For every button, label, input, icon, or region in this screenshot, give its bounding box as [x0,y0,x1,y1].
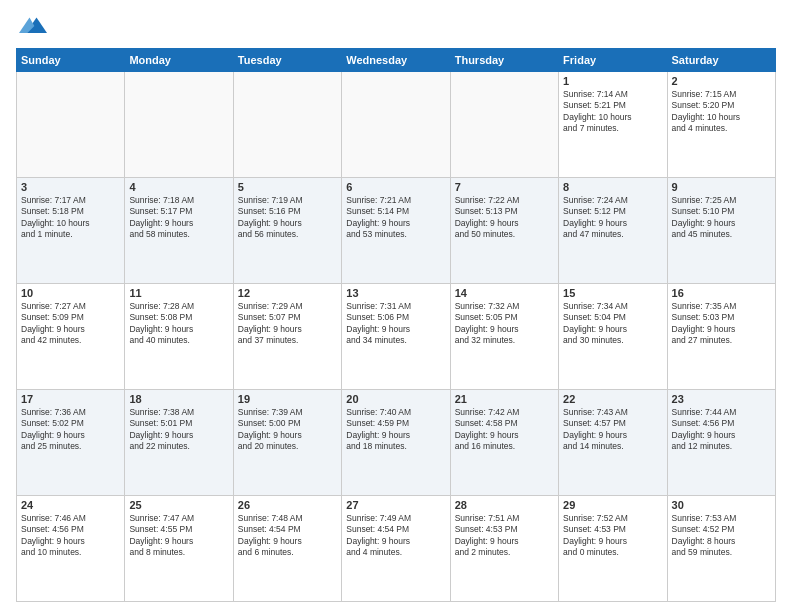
table-row: 13Sunrise: 7:31 AM Sunset: 5:06 PM Dayli… [342,284,450,390]
table-row: 15Sunrise: 7:34 AM Sunset: 5:04 PM Dayli… [559,284,667,390]
day-info: Sunrise: 7:48 AM Sunset: 4:54 PM Dayligh… [238,513,337,559]
day-info: Sunrise: 7:46 AM Sunset: 4:56 PM Dayligh… [21,513,120,559]
day-info: Sunrise: 7:28 AM Sunset: 5:08 PM Dayligh… [129,301,228,347]
day-number: 12 [238,287,337,299]
day-info: Sunrise: 7:24 AM Sunset: 5:12 PM Dayligh… [563,195,662,241]
col-sunday: Sunday [17,49,125,72]
table-row: 17Sunrise: 7:36 AM Sunset: 5:02 PM Dayli… [17,390,125,496]
page-container: Sunday Monday Tuesday Wednesday Thursday… [0,0,792,612]
header [16,12,776,40]
day-number: 4 [129,181,228,193]
table-row: 21Sunrise: 7:42 AM Sunset: 4:58 PM Dayli… [450,390,558,496]
day-number: 14 [455,287,554,299]
day-number: 9 [672,181,771,193]
logo-text [16,12,47,40]
table-row: 12Sunrise: 7:29 AM Sunset: 5:07 PM Dayli… [233,284,341,390]
table-row: 23Sunrise: 7:44 AM Sunset: 4:56 PM Dayli… [667,390,775,496]
day-info: Sunrise: 7:51 AM Sunset: 4:53 PM Dayligh… [455,513,554,559]
table-row: 16Sunrise: 7:35 AM Sunset: 5:03 PM Dayli… [667,284,775,390]
day-number: 6 [346,181,445,193]
day-info: Sunrise: 7:38 AM Sunset: 5:01 PM Dayligh… [129,407,228,453]
table-row: 26Sunrise: 7:48 AM Sunset: 4:54 PM Dayli… [233,496,341,602]
day-number: 24 [21,499,120,511]
day-info: Sunrise: 7:22 AM Sunset: 5:13 PM Dayligh… [455,195,554,241]
table-row: 14Sunrise: 7:32 AM Sunset: 5:05 PM Dayli… [450,284,558,390]
day-info: Sunrise: 7:21 AM Sunset: 5:14 PM Dayligh… [346,195,445,241]
day-number: 22 [563,393,662,405]
col-thursday: Thursday [450,49,558,72]
day-info: Sunrise: 7:19 AM Sunset: 5:16 PM Dayligh… [238,195,337,241]
day-number: 15 [563,287,662,299]
table-row: 6Sunrise: 7:21 AM Sunset: 5:14 PM Daylig… [342,178,450,284]
day-info: Sunrise: 7:53 AM Sunset: 4:52 PM Dayligh… [672,513,771,559]
day-number: 26 [238,499,337,511]
table-row [125,72,233,178]
day-number: 19 [238,393,337,405]
day-number: 18 [129,393,228,405]
day-info: Sunrise: 7:44 AM Sunset: 4:56 PM Dayligh… [672,407,771,453]
table-row: 19Sunrise: 7:39 AM Sunset: 5:00 PM Dayli… [233,390,341,496]
table-row [450,72,558,178]
calendar-week-row: 24Sunrise: 7:46 AM Sunset: 4:56 PM Dayli… [17,496,776,602]
day-info: Sunrise: 7:34 AM Sunset: 5:04 PM Dayligh… [563,301,662,347]
col-wednesday: Wednesday [342,49,450,72]
day-number: 7 [455,181,554,193]
day-number: 13 [346,287,445,299]
calendar-week-row: 17Sunrise: 7:36 AM Sunset: 5:02 PM Dayli… [17,390,776,496]
table-row: 25Sunrise: 7:47 AM Sunset: 4:55 PM Dayli… [125,496,233,602]
calendar-week-row: 1Sunrise: 7:14 AM Sunset: 5:21 PM Daylig… [17,72,776,178]
col-friday: Friday [559,49,667,72]
table-row: 30Sunrise: 7:53 AM Sunset: 4:52 PM Dayli… [667,496,775,602]
day-info: Sunrise: 7:25 AM Sunset: 5:10 PM Dayligh… [672,195,771,241]
day-info: Sunrise: 7:43 AM Sunset: 4:57 PM Dayligh… [563,407,662,453]
day-info: Sunrise: 7:47 AM Sunset: 4:55 PM Dayligh… [129,513,228,559]
day-info: Sunrise: 7:27 AM Sunset: 5:09 PM Dayligh… [21,301,120,347]
day-number: 10 [21,287,120,299]
day-number: 16 [672,287,771,299]
table-row: 27Sunrise: 7:49 AM Sunset: 4:54 PM Dayli… [342,496,450,602]
table-row: 2Sunrise: 7:15 AM Sunset: 5:20 PM Daylig… [667,72,775,178]
table-row: 24Sunrise: 7:46 AM Sunset: 4:56 PM Dayli… [17,496,125,602]
day-number: 21 [455,393,554,405]
logo [16,12,47,40]
day-number: 27 [346,499,445,511]
table-row: 4Sunrise: 7:18 AM Sunset: 5:17 PM Daylig… [125,178,233,284]
table-row [342,72,450,178]
calendar-week-row: 3Sunrise: 7:17 AM Sunset: 5:18 PM Daylig… [17,178,776,284]
day-number: 17 [21,393,120,405]
logo-icon [19,12,47,40]
table-row: 18Sunrise: 7:38 AM Sunset: 5:01 PM Dayli… [125,390,233,496]
day-info: Sunrise: 7:18 AM Sunset: 5:17 PM Dayligh… [129,195,228,241]
day-number: 1 [563,75,662,87]
table-row: 1Sunrise: 7:14 AM Sunset: 5:21 PM Daylig… [559,72,667,178]
table-row: 28Sunrise: 7:51 AM Sunset: 4:53 PM Dayli… [450,496,558,602]
day-number: 5 [238,181,337,193]
calendar-week-row: 10Sunrise: 7:27 AM Sunset: 5:09 PM Dayli… [17,284,776,390]
day-info: Sunrise: 7:31 AM Sunset: 5:06 PM Dayligh… [346,301,445,347]
col-tuesday: Tuesday [233,49,341,72]
table-row: 7Sunrise: 7:22 AM Sunset: 5:13 PM Daylig… [450,178,558,284]
col-monday: Monday [125,49,233,72]
table-row [233,72,341,178]
day-number: 28 [455,499,554,511]
calendar-header-row: Sunday Monday Tuesday Wednesday Thursday… [17,49,776,72]
day-info: Sunrise: 7:52 AM Sunset: 4:53 PM Dayligh… [563,513,662,559]
day-number: 2 [672,75,771,87]
table-row: 5Sunrise: 7:19 AM Sunset: 5:16 PM Daylig… [233,178,341,284]
table-row: 22Sunrise: 7:43 AM Sunset: 4:57 PM Dayli… [559,390,667,496]
day-info: Sunrise: 7:32 AM Sunset: 5:05 PM Dayligh… [455,301,554,347]
table-row: 29Sunrise: 7:52 AM Sunset: 4:53 PM Dayli… [559,496,667,602]
day-number: 30 [672,499,771,511]
day-info: Sunrise: 7:29 AM Sunset: 5:07 PM Dayligh… [238,301,337,347]
day-info: Sunrise: 7:35 AM Sunset: 5:03 PM Dayligh… [672,301,771,347]
day-number: 20 [346,393,445,405]
table-row: 20Sunrise: 7:40 AM Sunset: 4:59 PM Dayli… [342,390,450,496]
day-info: Sunrise: 7:14 AM Sunset: 5:21 PM Dayligh… [563,89,662,135]
day-number: 29 [563,499,662,511]
day-number: 11 [129,287,228,299]
col-saturday: Saturday [667,49,775,72]
day-info: Sunrise: 7:42 AM Sunset: 4:58 PM Dayligh… [455,407,554,453]
day-number: 3 [21,181,120,193]
day-number: 23 [672,393,771,405]
day-info: Sunrise: 7:49 AM Sunset: 4:54 PM Dayligh… [346,513,445,559]
